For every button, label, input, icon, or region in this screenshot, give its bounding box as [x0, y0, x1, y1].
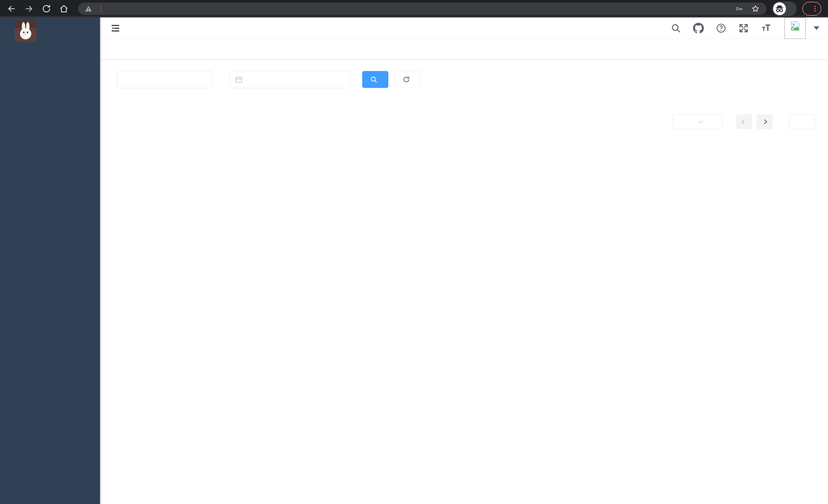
sidebar: [0, 17, 100, 504]
reload-icon[interactable]: [42, 4, 51, 13]
start-date-input[interactable]: [244, 76, 286, 84]
app-header: [100, 17, 828, 39]
search-icon[interactable]: [670, 23, 681, 34]
calendar-icon: [235, 75, 243, 84]
filter-form: [110, 71, 820, 88]
github-icon[interactable]: [693, 23, 704, 34]
urlbar-divider: [100, 5, 101, 12]
key-icon[interactable]: [735, 4, 743, 13]
tags-view-bar: [100, 39, 828, 59]
update-button[interactable]: [802, 2, 821, 16]
search-button-icon: [370, 76, 378, 83]
process-name-input[interactable]: [117, 71, 212, 88]
warning-icon: [85, 5, 92, 12]
url-bar[interactable]: [78, 3, 767, 15]
fullscreen-icon[interactable]: [738, 23, 749, 34]
help-icon[interactable]: [716, 23, 727, 34]
sidebar-fold-icon[interactable]: [110, 23, 121, 33]
back-icon[interactable]: [7, 4, 16, 13]
pagination: [110, 114, 820, 129]
incognito-badge: [772, 2, 797, 16]
header-actions: [659, 17, 819, 39]
prev-page-button[interactable]: [736, 114, 752, 129]
font-size-icon[interactable]: [761, 23, 772, 34]
incognito-icon: [773, 2, 786, 15]
chevron-down-icon: [699, 119, 703, 123]
avatar[interactable]: [784, 17, 806, 39]
date-range-picker[interactable]: [230, 71, 350, 88]
page-size-select[interactable]: [673, 114, 722, 129]
search-button[interactable]: [362, 71, 388, 88]
reset-refresh-icon: [403, 76, 410, 83]
browser-chrome: [0, 0, 828, 17]
app-logo: [15, 20, 36, 42]
app-logo-row[interactable]: [0, 17, 100, 45]
home-icon[interactable]: [59, 4, 69, 13]
forward-icon[interactable]: [24, 4, 34, 13]
page-content: [100, 59, 828, 129]
avatar-caret-icon[interactable]: [814, 27, 819, 30]
next-page-button[interactable]: [757, 114, 773, 129]
bookmark-star-icon[interactable]: [751, 4, 760, 13]
end-date-input[interactable]: [288, 76, 329, 84]
reset-button[interactable]: [395, 71, 421, 88]
main-area: [100, 17, 828, 504]
menu-dots-icon[interactable]: [811, 5, 819, 12]
goto-page-input[interactable]: [789, 114, 815, 129]
